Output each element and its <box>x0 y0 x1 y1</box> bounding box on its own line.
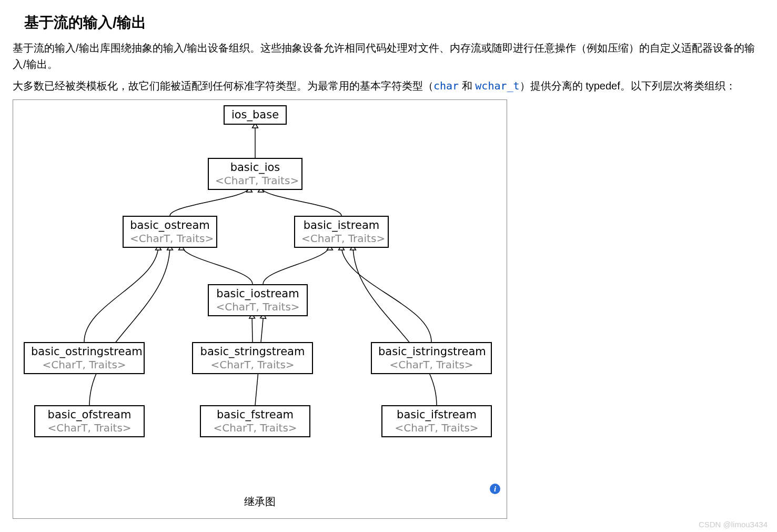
class-name: basic_ios <box>215 161 295 174</box>
watermark: CSDN @limou3434 <box>699 520 768 529</box>
class-name: basic_istringstream <box>378 345 485 358</box>
class-node-basic_ostringstream: basic_ostringstream<CharT, Traits> <box>24 342 145 374</box>
class-name: ios_base <box>231 108 279 122</box>
class-name: basic_ifstream <box>389 408 485 421</box>
class-node-basic_fstream: basic_fstream<CharT, Traits> <box>200 405 310 437</box>
code-char: char <box>433 79 459 92</box>
class-node-basic_ofstream: basic_ofstream<CharT, Traits> <box>34 405 145 437</box>
template-params: <CharT, Traits> <box>215 300 300 313</box>
intro-paragraph-2: 大多数已经被类模板化，故它们能被适配到任何标准字符类型。为最常用的基本字符类型（… <box>13 78 764 94</box>
template-params: <CharT, Traits> <box>215 174 295 187</box>
template-params: <CharT, Traits> <box>199 358 306 371</box>
class-name: basic_istream <box>301 219 381 232</box>
class-name: basic_ostream <box>130 219 210 232</box>
class-name: basic_fstream <box>207 408 303 421</box>
class-node-basic_istream: basic_istream<CharT, Traits> <box>294 216 389 248</box>
class-name: basic_ofstream <box>42 408 137 421</box>
diagram-caption: 继承图 <box>13 489 507 518</box>
intro-paragraph-1: 基于流的输入/输出库围绕抽象的输入/输出设备组织。这些抽象设备允许相同代码处理对… <box>13 40 764 73</box>
class-node-basic_stringstream: basic_stringstream<CharT, Traits> <box>192 342 313 374</box>
class-node-basic_ios: basic_ios<CharT, Traits> <box>208 158 302 190</box>
inheritance-diagram: ios_basebasic_ios<CharT, Traits>basic_os… <box>13 99 507 519</box>
class-name: basic_iostream <box>215 287 300 300</box>
class-name: basic_ostringstream <box>31 345 137 358</box>
section-heading: 基于流的输入/输出 <box>24 13 764 33</box>
class-node-basic_ostream: basic_ostream<CharT, Traits> <box>123 216 217 248</box>
class-node-ios_base: ios_base <box>224 105 287 125</box>
template-params: <CharT, Traits> <box>31 358 137 371</box>
template-params: <CharT, Traits> <box>378 358 485 371</box>
template-params: <CharT, Traits> <box>42 421 137 434</box>
class-name: basic_stringstream <box>199 345 306 358</box>
template-params: <CharT, Traits> <box>389 421 485 434</box>
text-fragment: 和 <box>459 80 475 92</box>
template-params: <CharT, Traits> <box>130 232 210 245</box>
class-node-basic_istringstream: basic_istringstream<CharT, Traits> <box>371 342 492 374</box>
class-node-basic_ifstream: basic_ifstream<CharT, Traits> <box>381 405 492 437</box>
text-fragment: ）提供分离的 typedef。以下列层次将类组织： <box>520 80 736 92</box>
template-params: <CharT, Traits> <box>207 421 303 434</box>
info-icon[interactable]: i <box>490 484 500 494</box>
code-wchar: wchar_t <box>475 79 519 92</box>
class-node-basic_iostream: basic_iostream<CharT, Traits> <box>208 284 308 316</box>
template-params: <CharT, Traits> <box>301 232 381 245</box>
text-fragment: 大多数已经被类模板化，故它们能被适配到任何标准字符类型。为最常用的基本字符类型（ <box>13 80 433 92</box>
